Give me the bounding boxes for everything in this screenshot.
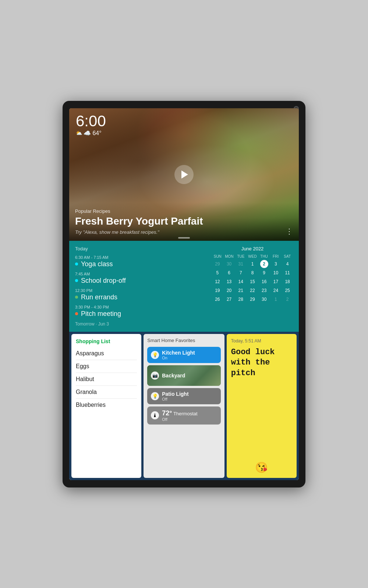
- shopping-list-item: Granola: [76, 386, 137, 399]
- calendar-day[interactable]: 27: [225, 295, 233, 303]
- thermostat-icon: 🌡: [151, 411, 159, 419]
- calendar-day[interactable]: 1: [248, 260, 256, 268]
- hero-subtitle: Popular Recipes: [75, 208, 293, 214]
- calendar-day[interactable]: 10: [272, 269, 280, 277]
- light-on-icon: 💡: [151, 351, 159, 359]
- backyard-name: Backyard: [162, 373, 185, 378]
- hero-section: 6:00 ⛅ ☁️ 64° Popular Recipes Fresh Berr…: [69, 108, 299, 241]
- play-triangle-icon: [181, 170, 188, 179]
- thermostat-status: Off: [162, 417, 197, 422]
- kitchen-light-info: Kitchen Light On: [162, 350, 195, 360]
- agenda-today-label: Today: [75, 246, 208, 251]
- sticky-note-tile: Today, 5:51 AM Good luck with the pitch …: [227, 334, 297, 478]
- camera-icon: 📷: [151, 372, 159, 380]
- event-dot: [75, 279, 78, 282]
- hero-more-button[interactable]: ⋮: [286, 227, 293, 236]
- calendar-day[interactable]: 21: [237, 286, 245, 295]
- event-dot: [75, 296, 78, 299]
- calendar-day[interactable]: 6: [225, 269, 233, 277]
- calendar-day[interactable]: 31: [237, 260, 245, 268]
- calendar-day[interactable]: 7: [237, 269, 245, 277]
- smarthome-title: Smart Home Favorites: [147, 338, 221, 343]
- hero-title: Fresh Berry Yogurt Parfait: [75, 215, 293, 227]
- calendar-day[interactable]: 8: [248, 269, 256, 277]
- kitchen-light-button[interactable]: 💡 Kitchen Light On: [147, 347, 221, 363]
- calendar-days: 29 30 31 1 2 3 4 5 6 7 8 9 10 11 12: [212, 260, 293, 303]
- event-title: Run errands: [75, 293, 208, 301]
- note-emoji: 😘: [231, 461, 292, 473]
- calendar-grid: June 2022 SUN MON TUE WED THU FRI SAT 29…: [212, 246, 293, 327]
- shopping-list-item: Eggs: [76, 360, 137, 373]
- calendar-day[interactable]: 14: [237, 278, 245, 286]
- calendar-day[interactable]: 22: [248, 286, 256, 295]
- calendar-day[interactable]: 30: [260, 295, 268, 303]
- calendar-day[interactable]: 26: [213, 295, 222, 303]
- calendar-day[interactable]: 28: [237, 295, 245, 303]
- calendar-day[interactable]: 15: [248, 278, 256, 286]
- event-time: 3:30 PM - 4:30 PM: [75, 305, 208, 309]
- calendar-day[interactable]: 20: [225, 286, 233, 295]
- patio-light-info: Patio Light Off: [162, 391, 188, 401]
- calendar-day[interactable]: 17: [272, 278, 280, 286]
- calendar-day[interactable]: 9: [260, 269, 268, 277]
- agenda-item: 12:30 PM Run errands: [75, 288, 208, 301]
- agenda: Today 6:30 AM - 7:15 AM Yoga class 7:45 …: [75, 246, 208, 327]
- calendar-day[interactable]: 19: [213, 286, 222, 295]
- event-title: School drop-off: [75, 277, 208, 285]
- screen: 6:00 ⛅ ☁️ 64° Popular Recipes Fresh Berr…: [69, 108, 299, 480]
- calendar-day[interactable]: 13: [225, 278, 233, 286]
- thermostat-temp: 72° Thermostat: [162, 409, 197, 417]
- event-dot: [75, 263, 78, 265]
- calendar-day[interactable]: 4: [283, 260, 291, 268]
- shopping-list-item: Asparagus: [76, 347, 137, 360]
- event-title: Pitch meeting: [75, 310, 208, 318]
- event-dot: [75, 312, 78, 315]
- hero-hint: Try "Alexa, show me breakfast recipes.": [75, 229, 293, 235]
- scroll-indicator: [178, 237, 190, 239]
- calendar-day[interactable]: 18: [283, 278, 291, 286]
- calendar-day[interactable]: 30: [225, 260, 233, 268]
- calendar-section: Today 6:30 AM - 7:15 AM Yoga class 7:45 …: [69, 241, 299, 332]
- calendar-day[interactable]: 29: [213, 260, 222, 268]
- patio-light-name: Patio Light: [162, 391, 188, 397]
- note-timestamp: Today, 5:51 AM: [231, 338, 292, 344]
- agenda-item: 6:30 AM - 7:15 AM Yoga class: [75, 255, 208, 268]
- calendar-today[interactable]: 2: [260, 260, 268, 268]
- kitchen-light-name: Kitchen Light: [162, 350, 195, 356]
- thermostat-button[interactable]: 🌡 72° Thermostat Off: [147, 406, 221, 425]
- calendar-day[interactable]: 24: [272, 286, 280, 295]
- temperature: ☁️ 64°: [84, 130, 102, 137]
- agenda-item: 3:30 PM - 4:30 PM Pitch meeting: [75, 305, 208, 318]
- light-off-icon: 💡: [151, 392, 159, 400]
- calendar-day[interactable]: 25: [283, 286, 291, 295]
- note-text: Good luck with the pitch: [231, 347, 292, 458]
- event-time: 7:45 AM: [75, 272, 208, 276]
- calendar-day[interactable]: 2: [283, 295, 291, 303]
- smarthome-tile: Smart Home Favorites 💡 Kitchen Light On …: [144, 334, 224, 478]
- weather-icon: ⛅: [76, 130, 82, 136]
- backyard-info: Backyard: [162, 373, 185, 378]
- calendar-day[interactable]: 12: [213, 278, 222, 286]
- calendar-day[interactable]: 29: [248, 295, 256, 303]
- calendar-day[interactable]: 11: [283, 269, 291, 277]
- device-frame: 6:00 ⛅ ☁️ 64° Popular Recipes Fresh Berr…: [63, 101, 305, 487]
- calendar-day[interactable]: 16: [260, 278, 268, 286]
- current-time: 6:00: [76, 113, 106, 129]
- calendar-day[interactable]: 1: [272, 295, 280, 303]
- shopping-list-item: Blueberries: [76, 399, 137, 411]
- calendar-day[interactable]: 5: [213, 269, 222, 277]
- tomorrow-label: Tomorrow · Jun 3: [75, 321, 208, 327]
- calendar-month: June 2022: [212, 246, 293, 251]
- hero-overlay: Popular Recipes Fresh Berry Yogurt Parfa…: [69, 203, 299, 241]
- event-time: 12:30 PM: [75, 288, 208, 293]
- shopping-list-item: Halibut: [76, 373, 137, 386]
- bottom-tiles: Shopping List Asparagus Eggs Halibut Gra…: [69, 332, 299, 480]
- play-button[interactable]: [174, 165, 194, 184]
- calendar-day[interactable]: 23: [260, 286, 268, 295]
- kitchen-light-status: On: [162, 356, 195, 360]
- event-title: Yoga class: [75, 260, 208, 268]
- patio-light-button[interactable]: 💡 Patio Light Off: [147, 388, 221, 404]
- backyard-camera-button[interactable]: 📷 Backyard: [147, 365, 221, 386]
- calendar-day[interactable]: 3: [272, 260, 280, 268]
- thermostat-info: 72° Thermostat Off: [162, 409, 197, 422]
